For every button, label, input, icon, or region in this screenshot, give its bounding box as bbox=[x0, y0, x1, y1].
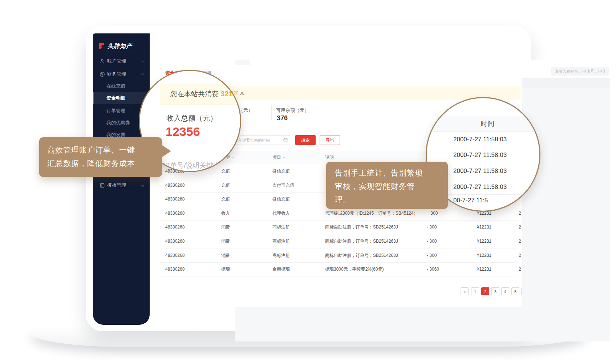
callout-left: 高效管理账户订单、一键 汇总数据，降低财务成本 bbox=[39, 137, 162, 177]
magnified-time-cell: 2000-7-27 11:58:03 bbox=[453, 183, 540, 191]
cell-amount: - 3060 bbox=[427, 262, 439, 276]
date-query-input[interactable] bbox=[230, 135, 290, 145]
sidebar-item-label: 账户管理 bbox=[107, 58, 126, 64]
cell-order: 48330268 bbox=[165, 248, 185, 262]
cell-project: 商标注册 bbox=[272, 234, 290, 248]
cell-balance: ¥12231 bbox=[477, 262, 491, 276]
logo-icon bbox=[98, 43, 105, 50]
cell-type: 充值 bbox=[221, 164, 230, 178]
sort-caret-icon bbox=[283, 155, 285, 158]
available-balance-label: 可用余额（元） bbox=[276, 107, 309, 114]
col-project[interactable]: 项目 bbox=[272, 151, 285, 164]
sidebar-item-label: 财务管理 bbox=[107, 71, 126, 77]
cell-project: 微信充值 bbox=[272, 192, 290, 206]
cell-desc: 商标自助注册，订单号：SB2514263J bbox=[325, 220, 398, 234]
cell-project: 代理收入 bbox=[272, 206, 290, 220]
sidebar-item-account[interactable]: 账户管理 bbox=[93, 54, 150, 68]
pagination-page-2-active[interactable]: 2 bbox=[481, 287, 489, 295]
cell-time: 2 bbox=[519, 262, 522, 276]
cell-time: 2 bbox=[519, 206, 522, 220]
pagination-page-5[interactable]: 5 bbox=[511, 287, 519, 295]
cell-balance: ¥12231 bbox=[477, 220, 491, 234]
logo-text: 头牌知产 bbox=[108, 43, 132, 50]
page: 首页 商标注册 商标服务 代理合作 商标分类 个人中心>财务管理>资金明细 头牌… bbox=[0, 0, 616, 364]
finance-icon bbox=[100, 72, 105, 77]
cell-desc: 提现3000元，手续费2%(60元) bbox=[325, 262, 384, 276]
template-icon bbox=[100, 183, 105, 188]
cell-time: 2 bbox=[519, 234, 522, 248]
sidebar-item-label: 模板管理 bbox=[107, 182, 126, 189]
pagination-prev-button[interactable]: < bbox=[461, 287, 469, 295]
cell-time: 2 bbox=[519, 220, 522, 234]
logo-tagline: · · · · · · · · bbox=[108, 50, 133, 52]
search-input[interactable] bbox=[551, 67, 609, 76]
magnified-banner: 您在本站共消费 32124 元 bbox=[160, 83, 237, 105]
cell-time: 2 bbox=[519, 248, 522, 262]
cell-amount: - 300 bbox=[427, 248, 437, 262]
cell-balance: ¥12231 bbox=[477, 234, 491, 248]
pagination-next-button[interactable] bbox=[521, 287, 522, 295]
cell-order: 48330268 bbox=[165, 178, 185, 192]
active-indicator bbox=[93, 92, 94, 104]
cell-amount: - 300 bbox=[427, 220, 437, 234]
callout-right: 告别手工统计、告别繁琐 审核，实现智能财务管 理。 bbox=[326, 162, 448, 209]
cell-balance: ¥12231 bbox=[477, 248, 491, 262]
chevron-down-icon bbox=[141, 183, 145, 187]
subitem-label: 订单管理 bbox=[106, 108, 125, 114]
cell-type: 提现 bbox=[221, 262, 230, 276]
sort-caret-icon bbox=[231, 155, 234, 158]
table-row: 48330268 消费 商标注册 商标自助注册，订单号：SB2514263J -… bbox=[160, 220, 518, 234]
cell-order: 48330268 bbox=[165, 206, 185, 220]
search-button[interactable]: 搜索 bbox=[295, 135, 316, 145]
cell-type: 消费 bbox=[221, 248, 230, 262]
pagination-page-1[interactable]: 1 bbox=[471, 287, 479, 295]
cell-type: 收入 bbox=[221, 206, 230, 220]
cell-amount: - 300 bbox=[427, 234, 437, 248]
cell-project: 商标注册 bbox=[272, 248, 290, 262]
cell-project: 支付宝充值 bbox=[272, 178, 294, 192]
stat-label-fragment: （元） bbox=[239, 107, 253, 114]
cell-type: 消费 bbox=[221, 220, 230, 234]
banner-unit: 元 bbox=[239, 90, 245, 96]
cell-order: 48330268 bbox=[165, 234, 185, 248]
sidebar-subitem-online-recharge[interactable]: 在线充值 bbox=[93, 80, 150, 92]
cell-project: 微信充值 bbox=[272, 164, 290, 178]
pagination-page-3[interactable]: 3 bbox=[491, 287, 499, 295]
subitem-label: 资金明细 bbox=[106, 95, 125, 101]
cell-type: 消费 bbox=[221, 234, 230, 248]
available-balance-value: 376 bbox=[277, 114, 288, 122]
magnified-time-header: 时间 bbox=[481, 116, 494, 132]
cell-type: 充值 bbox=[221, 178, 230, 192]
table-row: 48330268 消费 商标注册 商标自助注册，订单号：SB2514263J -… bbox=[160, 248, 518, 263]
export-button[interactable]: 导出 bbox=[320, 135, 340, 145]
stat-divider bbox=[271, 105, 272, 120]
table-row: 48330268 提现 余额提现 提现3000元，手续费2%(60元) - 30… bbox=[160, 262, 518, 276]
pagination-page-4[interactable]: 4 bbox=[501, 287, 509, 295]
cell-order: 48330268 bbox=[165, 220, 185, 234]
subitem-label: 在线充值 bbox=[106, 83, 125, 89]
cell-desc: 商标自助注册，订单号：SB2514263J bbox=[325, 248, 398, 262]
subitem-label: 我的优惠券 bbox=[106, 120, 130, 126]
sidebar-item-template[interactable]: 模板管理 bbox=[93, 179, 150, 192]
sidebar-item-finance[interactable]: 财务管理 bbox=[93, 68, 150, 81]
cell-order: 48330268 bbox=[165, 192, 185, 206]
callout-left-pointer bbox=[162, 145, 171, 157]
calendar-icon bbox=[283, 138, 288, 142]
cell-project: 商标注册 bbox=[272, 220, 290, 234]
sidebar-subitem-fund-detail[interactable]: 资金明细 bbox=[93, 92, 150, 104]
chevron-down-icon bbox=[141, 59, 145, 62]
cell-desc: 商标自助注册，订单号：SB2514263J bbox=[325, 234, 398, 248]
cell-order: 48330268 bbox=[165, 262, 185, 276]
cell-project: 余额提现 bbox=[272, 262, 290, 276]
magnified-time-cell: 2000-7-27 11:58:03 bbox=[453, 136, 540, 143]
chevron-up-icon bbox=[141, 73, 145, 77]
magnified-time-header-band: 时间 bbox=[427, 116, 539, 132]
magnified-income-label: 收入总额（元） bbox=[166, 113, 217, 123]
sidebar: 头牌知产 · · · · · · · · 账户管理 财务管理 在线充值 bbox=[93, 33, 150, 325]
cell-type: 充值 bbox=[221, 192, 230, 206]
magnified-time-cell: 2000-7-27 11:58:03 bbox=[453, 167, 540, 175]
user-icon bbox=[100, 58, 105, 64]
magnified-time-cell: 2000-7-27 11:58:03 bbox=[453, 151, 540, 159]
row-separator bbox=[427, 147, 539, 147]
magnified-income-value: 12356 bbox=[166, 125, 200, 139]
